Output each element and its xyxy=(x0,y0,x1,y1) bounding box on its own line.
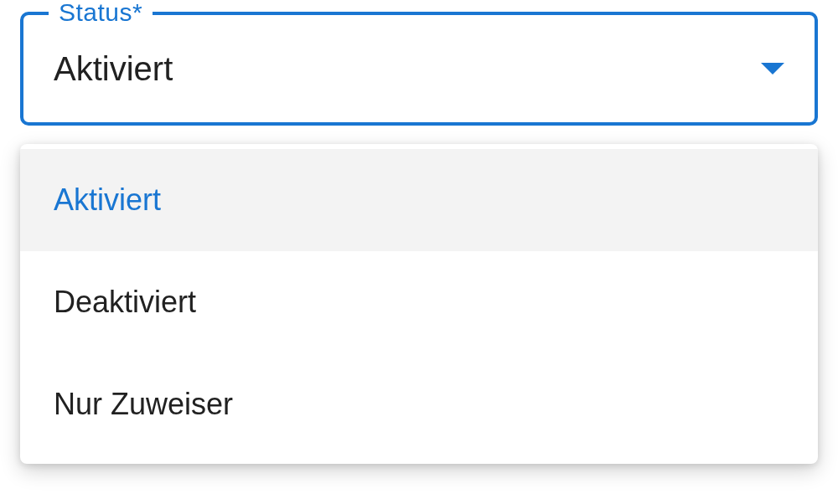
status-select-label: Status* xyxy=(49,0,153,27)
status-select-wrapper: Status* Aktiviert xyxy=(20,12,818,126)
status-dropdown-menu: Aktiviert Deaktiviert Nur Zuweiser xyxy=(20,144,818,464)
status-option-label: Aktiviert xyxy=(54,183,161,217)
status-option-aktiviert[interactable]: Aktiviert xyxy=(20,149,818,251)
status-select-value: Aktiviert xyxy=(54,50,173,88)
status-option-label: Nur Zuweiser xyxy=(54,387,233,421)
status-option-label: Deaktiviert xyxy=(54,285,196,319)
status-option-deaktiviert[interactable]: Deaktiviert xyxy=(20,251,818,353)
status-select-box[interactable]: Status* Aktiviert xyxy=(20,12,818,126)
chevron-down-icon xyxy=(761,63,784,75)
status-option-nur-zuweiser[interactable]: Nur Zuweiser xyxy=(20,353,818,455)
